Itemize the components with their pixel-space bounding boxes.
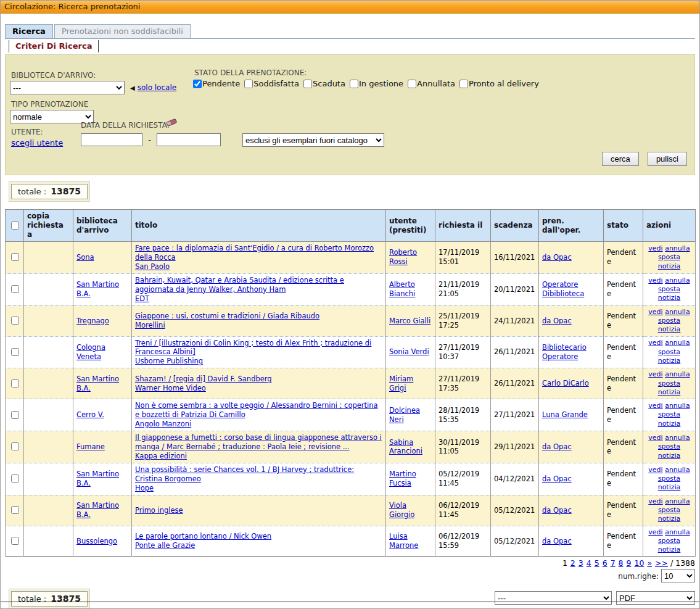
- sposta-notizia-link[interactable]: sposta notizia: [658, 442, 681, 459]
- page-link-2[interactable]: 2: [570, 558, 575, 568]
- operatore-link[interactable]: da Opac: [542, 474, 572, 483]
- vedi-link[interactable]: vedi: [648, 528, 662, 536]
- row-checkbox[interactable]: [11, 442, 19, 450]
- utente-link[interactable]: Marco Gialli: [389, 317, 430, 325]
- utente-link[interactable]: Sabina Arancioni: [389, 438, 422, 456]
- operatore-link[interactable]: da Opac: [542, 537, 572, 545]
- vedi-link[interactable]: vedi: [648, 339, 662, 347]
- annulla-link[interactable]: annulla: [665, 339, 690, 347]
- export-action-select[interactable]: ---: [495, 591, 612, 605]
- vedi-link[interactable]: vedi: [648, 308, 662, 316]
- vedi-link[interactable]: vedi: [648, 466, 662, 474]
- vedi-link[interactable]: vedi: [648, 370, 662, 378]
- annulla-link[interactable]: annulla: [665, 244, 690, 252]
- publisher-link[interactable]: EDT: [135, 294, 149, 303]
- biblioteca-link[interactable]: Fumane: [76, 442, 105, 451]
- stato-checkbox-soddisfatta[interactable]: [244, 80, 253, 88]
- operatore-link[interactable]: da Opac: [542, 317, 572, 325]
- row-checkbox[interactable]: [11, 253, 19, 261]
- data-richiesta-to-input[interactable]: [157, 133, 221, 146]
- row-checkbox[interactable]: [11, 317, 19, 325]
- esemplari-catalogo-select[interactable]: esclusi gli esemplari fuori catalogo: [242, 133, 384, 147]
- annulla-link[interactable]: annulla: [665, 370, 690, 378]
- row-checkbox[interactable]: [11, 379, 19, 387]
- eraser-icon[interactable]: [165, 117, 178, 130]
- sposta-notizia-link[interactable]: sposta notizia: [658, 506, 681, 523]
- vedi-link[interactable]: vedi: [648, 434, 662, 442]
- sposta-notizia-link[interactable]: sposta notizia: [658, 410, 681, 427]
- operatore-link[interactable]: da Opac: [542, 253, 572, 262]
- row-checkbox[interactable]: [11, 348, 19, 356]
- stato-checkbox-annullata[interactable]: [408, 80, 416, 88]
- utente-link[interactable]: Martino Fucsia: [389, 470, 416, 487]
- utente-link[interactable]: Alberto Bianchi: [389, 280, 415, 298]
- sposta-notizia-link[interactable]: sposta notizia: [658, 348, 681, 365]
- utente-link[interactable]: Sonia Verdi: [389, 347, 429, 356]
- page-link-8[interactable]: 8: [619, 558, 624, 568]
- sposta-notizia-link[interactable]: sposta notizia: [658, 379, 681, 396]
- utente-link[interactable]: Roberto Rossi: [389, 248, 417, 266]
- biblioteca-link[interactable]: Cerro V.: [76, 410, 104, 419]
- page-link-6[interactable]: 6: [603, 558, 607, 568]
- biblioteca-link[interactable]: San Martino B.A.: [76, 280, 119, 298]
- page-link-4[interactable]: 4: [587, 558, 591, 568]
- operatore-link[interactable]: Luna Grande: [542, 410, 588, 419]
- annulla-link[interactable]: annulla: [665, 402, 690, 410]
- page-link-5[interactable]: 5: [595, 558, 599, 568]
- biblioteca-arrivo-select[interactable]: ---: [10, 81, 125, 94]
- biblioteca-link[interactable]: Cologna Veneta: [76, 343, 105, 361]
- sposta-notizia-link[interactable]: sposta notizia: [658, 253, 681, 270]
- annulla-link[interactable]: annulla: [665, 434, 690, 442]
- row-checkbox[interactable]: [11, 474, 19, 483]
- stato-checkbox-pronto-al-delivery[interactable]: [459, 80, 468, 88]
- title-link[interactable]: Non è come sembra : a volte peggio / Ale…: [135, 401, 378, 419]
- publisher-link[interactable]: Usborne Publishing: [135, 357, 203, 365]
- last-page-link[interactable]: >>: [655, 558, 668, 568]
- stato-checkbox-scaduta[interactable]: [303, 80, 312, 88]
- annulla-link[interactable]: annulla: [665, 276, 690, 284]
- num-righe-select[interactable]: 10: [661, 569, 695, 582]
- title-link[interactable]: Le parole portano lontano / Nick Owen: [135, 532, 271, 541]
- annulla-link[interactable]: annulla: [665, 308, 690, 316]
- solo-locale-link[interactable]: solo locale: [138, 83, 176, 92]
- sposta-notizia-link[interactable]: sposta notizia: [658, 474, 681, 491]
- operatore-link[interactable]: Bibliotecario Operatore: [542, 343, 587, 361]
- select-all-checkbox[interactable]: [11, 222, 19, 230]
- row-checkbox[interactable]: [11, 285, 19, 293]
- sposta-notizia-link[interactable]: sposta notizia: [658, 537, 681, 553]
- title-link[interactable]: Primo inglese: [135, 506, 183, 515]
- vedi-link[interactable]: vedi: [648, 497, 662, 505]
- biblioteca-link[interactable]: San Martino B.A.: [76, 501, 119, 519]
- utente-link[interactable]: Viola Giorgio: [389, 501, 414, 519]
- publisher-link[interactable]: San Paolo: [135, 262, 170, 271]
- next-pages-link[interactable]: »: [647, 558, 652, 568]
- pulisci-button[interactable]: pulisci: [648, 152, 687, 166]
- export-format-select[interactable]: PDF: [616, 591, 695, 605]
- title-link[interactable]: Shazam! / [regia di] David F. Sandberg: [135, 375, 272, 383]
- title-link[interactable]: Fare pace : la diplomazia di Sant'Egidio…: [135, 244, 374, 262]
- vedi-link[interactable]: vedi: [648, 244, 662, 252]
- operatore-link[interactable]: Operatore Dibiblioteca: [542, 280, 584, 298]
- publisher-link[interactable]: Warner Home Video: [135, 384, 206, 392]
- biblioteca-link[interactable]: Bussolengo: [76, 537, 117, 545]
- operatore-link[interactable]: da Opac: [542, 506, 572, 515]
- vedi-link[interactable]: vedi: [648, 402, 662, 410]
- publisher-link[interactable]: Morellini: [135, 321, 165, 329]
- scegli-utente-link[interactable]: scegli utente: [11, 138, 63, 147]
- sposta-notizia-link[interactable]: sposta notizia: [658, 285, 681, 302]
- biblioteca-link[interactable]: Tregnago: [76, 317, 109, 325]
- page-link-10[interactable]: 10: [634, 558, 644, 568]
- tab-prenotazioni-non-soddisfacibili[interactable]: Prenotazioni non soddisfacibili: [54, 24, 191, 38]
- biblioteca-link[interactable]: San Martino B.A.: [76, 375, 119, 392]
- operatore-link[interactable]: da Opac: [542, 442, 572, 451]
- title-link[interactable]: Treni / [illustrazioni di Colin King ; t…: [135, 339, 371, 357]
- publisher-link[interactable]: Angolo Manzoni: [135, 420, 191, 428]
- publisher-link[interactable]: Ponte alle Grazie: [135, 541, 195, 550]
- utente-link[interactable]: Luisa Marrone: [389, 532, 418, 550]
- row-checkbox[interactable]: [11, 506, 19, 514]
- page-link-3[interactable]: 3: [579, 558, 583, 568]
- title-link[interactable]: Bahrain, Kuwait, Qatar e Arabia Saudita …: [135, 276, 344, 294]
- page-link-9[interactable]: 9: [627, 558, 632, 568]
- stato-checkbox-in-gestione[interactable]: [350, 80, 358, 88]
- row-checkbox[interactable]: [11, 537, 19, 545]
